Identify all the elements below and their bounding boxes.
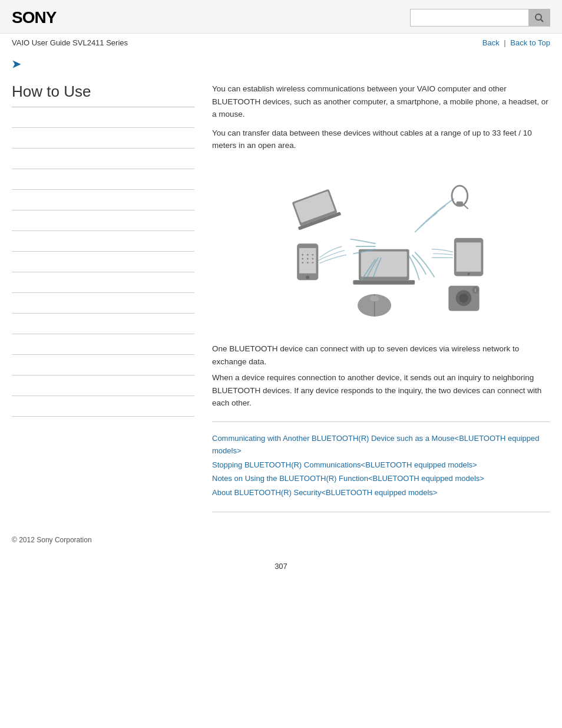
svg-point-16 [312,254,313,256]
copyright-text: © 2012 Sony Corporation [12,536,92,544]
related-links-section: Communicating with Another BLUETOOTH(R) … [212,421,550,512]
bluetooth-illustration [212,164,550,331]
svg-point-13 [306,275,309,279]
list-item [12,252,194,272]
related-link-3[interactable]: Notes on Using the BLUETOOTH(R) Function… [212,473,550,485]
breadcrumb-section: ➤ [0,52,562,71]
svg-rect-4 [353,280,415,285]
related-link-2[interactable]: Stopping BLUETOOTH(R) Communications<BLU… [212,459,550,472]
list-item [12,231,194,252]
svg-point-17 [302,258,303,259]
related-link-1[interactable]: Communicating with Another BLUETOOTH(R) … [212,433,550,457]
page-number: 307 [0,550,562,582]
paragraph-1: You can establish wireless communication… [212,83,550,121]
header: SONY [0,0,562,34]
footer: © 2012 Sony Corporation [0,524,562,550]
svg-rect-9 [457,202,463,206]
list-item [12,272,194,293]
list-item [12,355,194,375]
main-content: How to Use You can establish wireless co… [0,71,562,524]
svg-line-10 [463,205,468,209]
svg-rect-12 [299,248,316,274]
svg-point-31 [459,294,468,302]
list-item [12,169,194,190]
search-icon [534,13,544,22]
svg-point-21 [307,262,309,263]
nav-bar: VAIO User Guide SVL2411 Series Back | Ba… [0,34,562,52]
sidebar: How to Use [12,77,194,512]
svg-rect-24 [457,242,481,272]
bluetooth-devices-svg [263,164,499,329]
nav-links: Back | Back to Top [482,38,550,47]
search-button[interactable] [528,9,550,26]
list-item [12,375,194,396]
svg-point-25 [468,273,470,275]
svg-point-0 [535,14,541,20]
svg-point-20 [302,262,303,263]
search-input[interactable] [411,11,528,25]
guide-title: VAIO User Guide SVL2411 Series [12,38,128,47]
svg-point-14 [302,254,303,256]
svg-point-28 [370,296,379,302]
svg-point-18 [307,258,309,259]
svg-point-19 [312,258,313,259]
sidebar-title: How to Use [12,83,194,107]
sony-logo: SONY [12,8,56,27]
list-item [12,107,194,128]
svg-line-1 [541,19,543,22]
related-link-4[interactable]: About BLUETOOTH(R) Security<BLUETOOTH eq… [212,487,550,499]
list-item [12,334,194,355]
content-area: You can establish wireless communication… [194,77,550,512]
svg-point-15 [307,254,309,256]
sidebar-nav [12,107,194,417]
back-link[interactable]: Back [482,38,500,47]
paragraph-2: You can transfer data between these devi… [212,127,550,152]
list-item [12,293,194,314]
nav-separator: | [504,38,505,47]
list-item [12,396,194,417]
paragraph-4: When a device requires connection to ano… [212,371,550,410]
back-to-top-link[interactable]: Back to Top [510,38,550,47]
svg-rect-3 [361,252,407,277]
list-item [12,128,194,149]
list-item [12,210,194,231]
list-item [12,314,194,334]
search-box [410,9,550,27]
list-item [12,190,194,210]
list-item [12,149,194,169]
paragraph-3: One BLUETOOTH device can connect with up… [212,342,550,368]
breadcrumb-arrow[interactable]: ➤ [12,58,21,70]
svg-point-22 [312,262,313,263]
